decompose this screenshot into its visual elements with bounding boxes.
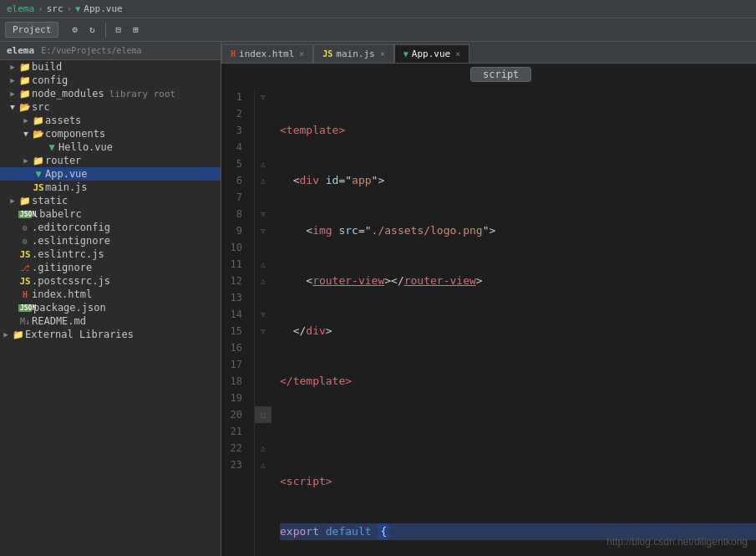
fold-9[interactable]: ▽	[255, 222, 271, 239]
config-icon-editor: ⚙	[18, 223, 32, 232]
sidebar-item-build[interactable]: ▶ 📁 build	[0, 60, 221, 74]
toolbar-expand-btn[interactable]: ⊞	[128, 23, 144, 37]
fold-23[interactable]: △	[255, 457, 271, 473]
label-components: components	[45, 128, 105, 140]
label-postcssrc: .postcssrc.js	[32, 275, 110, 287]
git-icon-gitignore: ⎇	[18, 263, 32, 273]
fold-11[interactable]: △	[255, 256, 271, 273]
content-area: elema E:/vueProjects/elema ▶ 📁 build ▶ 📁…	[0, 42, 756, 556]
js-icon-main: JS	[32, 182, 45, 193]
sidebar: elema E:/vueProjects/elema ▶ 📁 build ▶ 📁…	[0, 42, 221, 556]
sidebar-item-editorconfig[interactable]: ▶ ⚙ .editorconfig	[0, 221, 221, 234]
label-index-html: index.html	[32, 288, 92, 300]
toolbar-settings-btn[interactable]: ⚙	[67, 23, 83, 37]
code-plain-2: <	[280, 172, 299, 189]
tab-app-vue[interactable]: ▼ App.vue ×	[394, 44, 469, 63]
fold-14[interactable]: ▽	[255, 306, 271, 323]
code-line-5: </div>	[280, 323, 756, 339]
fold-15[interactable]: ▽	[255, 323, 271, 339]
editor-top-bar: script	[221, 64, 756, 89]
breadcrumb-appvue[interactable]: App.vue	[84, 3, 122, 14]
fold-6[interactable]: △	[255, 172, 271, 189]
fold-20[interactable]: □	[255, 406, 271, 423]
breadcrumb-src[interactable]: src	[47, 3, 63, 14]
fold-22[interactable]: △	[255, 440, 271, 457]
breadcrumb-sep-1: ›	[38, 3, 43, 14]
folder-icon-config: 📁	[18, 75, 32, 86]
fold-5[interactable]: △	[255, 156, 271, 172]
breadcrumb-sep-2: ›	[67, 3, 73, 14]
arrow-external: ▶	[0, 330, 12, 339]
tab-label-app: App.vue	[412, 48, 450, 59]
fold-12[interactable]: △	[255, 273, 271, 289]
arrow-router: ▶	[20, 156, 32, 165]
sidebar-item-static[interactable]: ▶ 📁 static	[0, 194, 221, 207]
tab-label-main: main.js	[336, 48, 374, 59]
toolbar-collapse-btn[interactable]: ⊟	[111, 23, 127, 37]
label-readme: README.md	[32, 315, 86, 327]
sidebar-item-readme[interactable]: ▶ M↓ README.md	[0, 314, 221, 328]
sidebar-root-path: E:/vueProjects/elema	[41, 46, 141, 55]
sidebar-item-index-html[interactable]: ▶ H index.html	[0, 288, 221, 301]
arrow-assets: ▶	[20, 116, 32, 125]
label-static: static	[32, 195, 68, 207]
folder-icon-router: 📁	[32, 156, 45, 166]
sidebar-item-postcssrc[interactable]: ▶ JS .postcssrc.js	[0, 274, 221, 288]
toolbar-left: Project ⚙ ↻ ⊟ ⊞	[5, 22, 144, 38]
folder-icon-assets: 📁	[32, 115, 45, 126]
watermark: http://blog.csdn.net/diligentkong	[606, 536, 748, 548]
label-router: router	[45, 155, 81, 166]
sidebar-item-node-modules[interactable]: ▶ 📁 node_modules library root	[0, 87, 221, 100]
fold-8[interactable]: ▽	[255, 206, 271, 222]
sidebar-item-router[interactable]: ▶ 📁 router	[0, 154, 221, 167]
code-brace-highlight: {	[378, 523, 389, 540]
project-label[interactable]: Project	[5, 22, 58, 38]
sidebar-item-components[interactable]: ▼ 📂 components	[0, 127, 221, 140]
editor-with-tabs: H index.html × JS main.js × ▼ App.vue × …	[221, 42, 756, 556]
tabs-bar: H index.html × JS main.js × ▼ App.vue ×	[221, 42, 756, 64]
js-icon-postcss: JS	[18, 276, 32, 287]
tab-close-app[interactable]: ×	[455, 49, 460, 59]
label-external: External Libraries	[25, 329, 134, 340]
code-plain-3: <	[280, 222, 312, 239]
arrow-components: ▼	[20, 130, 32, 138]
editor-content: 1 2 3 4 5 6 7 8 9 10 11 12 13 14 15 16 1	[221, 89, 756, 556]
arrow-build: ▶	[7, 63, 18, 71]
label-package-json: package.json	[33, 302, 106, 314]
sidebar-item-hello-vue[interactable]: ▶ ▼ Hello.vue	[0, 140, 221, 154]
label-eslintignore: .eslintignore	[32, 235, 110, 247]
sidebar-item-eslintrc[interactable]: ▶ JS .eslintrc.js	[0, 247, 221, 261]
tab-close-main[interactable]: ×	[380, 49, 385, 59]
arrow-node-modules: ▶	[7, 89, 18, 98]
sidebar-item-package-json[interactable]: ▶ JSON package.json	[0, 301, 221, 314]
sidebar-item-eslintignore[interactable]: ▶ ⚙ .eslintignore	[0, 234, 221, 247]
json-icon-package: JSON	[18, 304, 32, 312]
sidebar-item-assets[interactable]: ▶ 📁 assets	[0, 114, 221, 127]
sidebar-item-app-vue[interactable]: ▶ ▼ App.vue	[0, 167, 221, 181]
code-line-3: <img src="./assets/logo.png">	[280, 222, 756, 239]
tab-label-index: index.html	[239, 48, 294, 59]
js-icon-eslint: JS	[18, 249, 32, 260]
sidebar-item-external[interactable]: ▶ 📁 External Libraries	[0, 328, 221, 341]
folder-icon-build: 📁	[18, 62, 32, 73]
code-line-7	[280, 423, 756, 440]
folder-icon-node-modules: 📁	[18, 89, 32, 99]
sidebar-item-babelrc[interactable]: ▶ JSON .babelrc	[0, 207, 221, 221]
tab-close-index[interactable]: ×	[299, 49, 304, 59]
sidebar-item-main-js[interactable]: ▶ JS main.js	[0, 181, 221, 194]
label-assets: assets	[45, 115, 81, 126]
js-tab-icon: JS	[322, 49, 332, 59]
code-editor[interactable]: <template> <div id="app"> <img src="./as…	[271, 89, 756, 556]
sidebar-item-config[interactable]: ▶ 📁 config	[0, 74, 221, 87]
tab-index-html[interactable]: H index.html ×	[221, 44, 313, 63]
app-window: elema › src › ▼ App.vue Project ⚙ ↻ ⊟ ⊞ …	[0, 0, 756, 556]
sidebar-item-gitignore[interactable]: ▶ ⎇ .gitignore	[0, 261, 221, 274]
breadcrumb-vue-icon: ▼	[75, 4, 80, 13]
breadcrumb-elema[interactable]: elema	[7, 3, 34, 14]
sidebar-item-src[interactable]: ▼ 📂 src	[0, 100, 221, 114]
editor-gutter: ▽ △ △ ▽ ▽ △ △ ▽ ▽	[255, 89, 271, 556]
tab-main-js[interactable]: JS main.js ×	[313, 44, 393, 63]
toolbar-sync-btn[interactable]: ↻	[84, 23, 100, 37]
fold-1[interactable]: ▽	[255, 89, 271, 105]
script-tab-label: script	[470, 67, 531, 82]
